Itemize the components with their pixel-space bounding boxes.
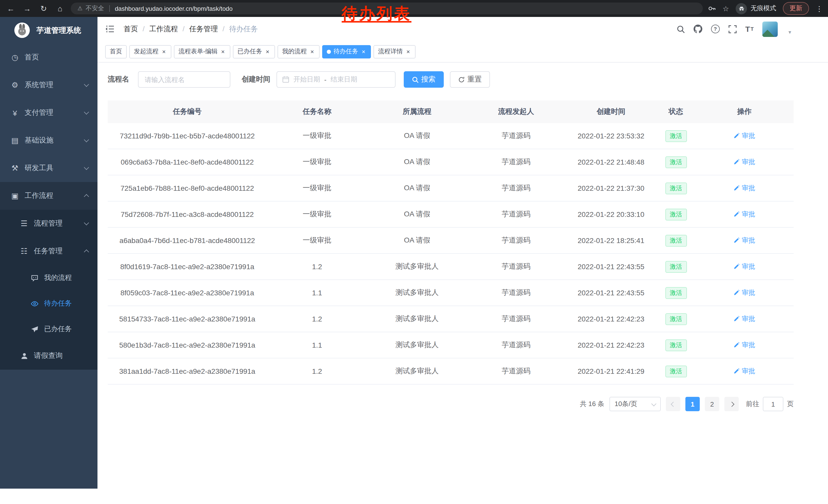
sidebar-item-devtools[interactable]: ⚒ 研发工具 xyxy=(0,154,97,182)
annotation-overlay: 待办列表 xyxy=(342,3,411,25)
help-icon[interactable]: ? xyxy=(711,25,720,33)
task-name-cell: 一级审批 xyxy=(267,201,367,227)
reset-button[interactable]: 重置 xyxy=(450,71,490,88)
task-name-cell: 1.1 xyxy=(267,280,367,306)
approve-link[interactable]: 审批 xyxy=(734,184,755,193)
app-logo-icon xyxy=(14,22,30,38)
approve-link[interactable]: 审批 xyxy=(734,131,755,140)
sidebar-item-home[interactable]: ◷ 首页 xyxy=(0,44,97,71)
search-button[interactable]: 搜索 xyxy=(404,71,444,88)
reload-icon[interactable]: ↻ xyxy=(38,3,49,14)
approve-link[interactable]: 审批 xyxy=(734,157,755,167)
action-cell: 审批 xyxy=(695,175,794,201)
sidebar-item-label: 任务管理 xyxy=(34,246,63,256)
goto-page-input[interactable] xyxy=(763,397,783,411)
col-task-id: 任务编号 xyxy=(108,100,267,123)
home-icon[interactable]: ⌂ xyxy=(54,3,66,14)
status-badge: 激活 xyxy=(665,130,687,142)
breadcrumb-workflow[interactable]: 工作流程 xyxy=(138,25,178,34)
table-header-row: 任务编号 任务名称 所属流程 流程发起人 创建时间 状态 操作 xyxy=(108,100,794,123)
sidebar-item-todo-tasks[interactable]: 待办任务 xyxy=(0,291,97,316)
close-icon[interactable]: × xyxy=(265,48,271,55)
breadcrumb-home[interactable]: 首页 xyxy=(124,25,138,34)
workflow-icon: ▣ xyxy=(10,191,19,200)
sidebar-item-my-process[interactable]: 我的流程 xyxy=(0,265,97,291)
avatar[interactable] xyxy=(762,21,778,37)
tab-home[interactable]: 首页 xyxy=(105,45,127,58)
sidebar-item-task-mgmt[interactable]: ☷ 任务管理 xyxy=(0,237,97,265)
avatar-caret-icon[interactable]: ▼ xyxy=(787,30,792,35)
page-button-2[interactable]: 2 xyxy=(705,397,719,411)
date-range-picker[interactable]: 开始日期 - 结束日期 xyxy=(277,71,396,88)
app-logo-row[interactable]: 芋道管理系统 xyxy=(0,17,97,44)
tab-my-process[interactable]: 我的流程 × xyxy=(278,45,320,58)
sidebar-item-workflow[interactable]: ▣ 工作流程 xyxy=(0,182,97,210)
user-icon xyxy=(19,352,29,360)
menu-kebab-icon[interactable]: ⋮ xyxy=(816,4,823,12)
approve-link[interactable]: 审批 xyxy=(734,288,755,297)
fullscreen-icon[interactable] xyxy=(729,25,737,33)
tab-form-edit[interactable]: 流程表单-编辑 × xyxy=(174,45,230,58)
action-cell: 审批 xyxy=(695,201,794,227)
chevron-down-icon xyxy=(651,401,656,406)
created-cell: 2022-01-21 22:43:55 xyxy=(565,254,657,280)
initiator-cell: 芋道源码 xyxy=(467,201,565,227)
security-label: 不安全 xyxy=(86,4,104,13)
sidebar-item-infrastructure[interactable]: ▤ 基础设施 xyxy=(0,127,97,154)
sidebar-item-done-tasks[interactable]: 已办任务 xyxy=(0,316,97,342)
status-cell: 激活 xyxy=(657,306,695,332)
approve-link[interactable]: 审批 xyxy=(734,340,755,350)
process-cell: OA 请假 xyxy=(367,175,467,201)
tab-start-process[interactable]: 发起流程 × xyxy=(129,45,171,58)
search-icon[interactable] xyxy=(677,25,685,33)
tab-todo-tasks[interactable]: 待办任务 × xyxy=(322,45,371,58)
prev-page-button[interactable] xyxy=(666,397,680,411)
close-icon[interactable]: × xyxy=(161,48,167,55)
task-id-cell: 8f0d1619-7ac8-11ec-a9e2-a2380e71991a xyxy=(108,254,267,280)
process-name-input[interactable] xyxy=(138,71,230,88)
action-cell: 审批 xyxy=(695,332,794,358)
page-button-1[interactable]: 1 xyxy=(686,397,700,411)
collapse-sidebar-icon[interactable] xyxy=(105,25,114,33)
sidebar-item-payment[interactable]: ¥ 支付管理 xyxy=(0,99,97,127)
process-cell: 测试多审批人 xyxy=(367,358,467,384)
action-cell: 审批 xyxy=(695,358,794,384)
initiator-cell: 芋道源码 xyxy=(467,358,565,384)
sidebar-item-system[interactable]: ⚙ 系统管理 xyxy=(0,71,97,99)
approve-link[interactable]: 审批 xyxy=(734,210,755,219)
table-row: 58154733-7ac8-11ec-a9e2-a2380e71991a1.2测… xyxy=(108,306,794,332)
update-button[interactable]: 更新 xyxy=(783,2,809,15)
github-icon[interactable] xyxy=(694,25,702,33)
initiator-cell: 芋道源码 xyxy=(467,306,565,332)
eye-icon xyxy=(30,300,39,307)
close-icon[interactable]: × xyxy=(361,48,366,55)
forward-icon[interactable]: → xyxy=(22,3,33,14)
status-badge: 激活 xyxy=(665,365,687,377)
star-icon[interactable]: ☆ xyxy=(722,4,729,12)
tab-done-tasks[interactable]: 已办任务 × xyxy=(233,45,275,58)
approve-link[interactable]: 审批 xyxy=(734,314,755,324)
task-id-cell: a6aba0a4-7b6d-11ec-b781-acde48001122 xyxy=(108,227,267,254)
active-dot-icon xyxy=(327,49,331,54)
chevron-down-icon xyxy=(85,84,88,86)
sidebar-item-leave-query[interactable]: 请假查询 xyxy=(0,342,97,370)
page-size-select[interactable]: 10条/页 xyxy=(610,397,661,411)
tab-process-detail[interactable]: 流程详情 × xyxy=(373,45,416,58)
table-row: 725a1eb6-7b88-11ec-8ef0-acde48001122一级审批… xyxy=(108,175,794,201)
close-icon[interactable]: × xyxy=(309,48,315,55)
initiator-cell: 芋道源码 xyxy=(467,254,565,280)
breadcrumb-task-mgmt[interactable]: 任务管理 xyxy=(178,25,218,34)
approve-link[interactable]: 审批 xyxy=(734,367,755,376)
initiator-cell: 芋道源码 xyxy=(467,175,565,201)
approve-link[interactable]: 审批 xyxy=(734,236,755,245)
task-name-cell: 1.2 xyxy=(267,306,367,332)
back-icon[interactable]: ← xyxy=(5,3,16,14)
font-size-icon[interactable]: TT xyxy=(745,25,754,33)
approve-link[interactable]: 审批 xyxy=(734,262,755,271)
url-text: dashboard.yudao.iocoder.cn/bpm/task/todo xyxy=(115,5,233,12)
sidebar-item-process-mgmt[interactable]: ☰ 流程管理 xyxy=(0,210,97,237)
close-icon[interactable]: × xyxy=(405,48,411,55)
next-page-button[interactable] xyxy=(724,397,739,411)
close-icon[interactable]: × xyxy=(220,48,226,55)
key-icon[interactable] xyxy=(708,5,716,12)
